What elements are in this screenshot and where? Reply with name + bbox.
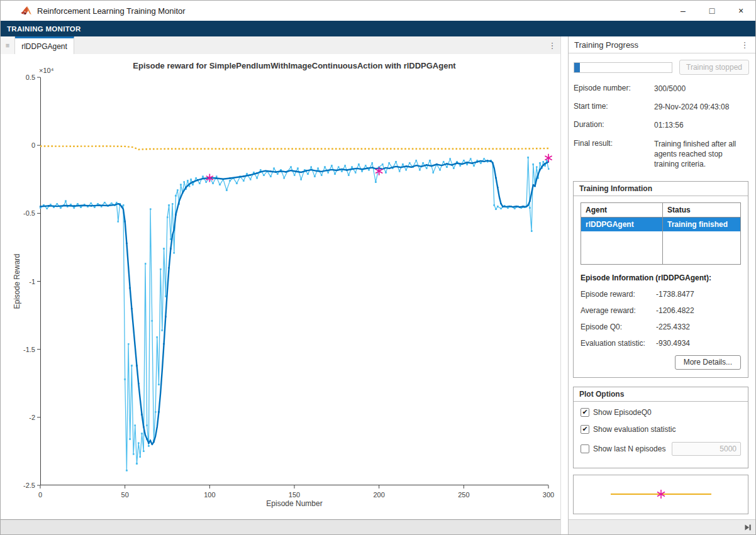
svg-text:-0.5: -0.5 <box>23 209 35 217</box>
skip-to-end-icon[interactable] <box>744 524 752 531</box>
document-tab-strip: ≡ rlDDPGAgent ⋮ <box>1 36 560 54</box>
toolstrip-ribbon: TRAINING MONITOR <box>1 21 755 36</box>
checkbox-show-evaluation-statistic[interactable]: ✔ Show evaluation statistic <box>581 425 741 434</box>
column-header-status: Status <box>663 203 741 218</box>
matlab-logo-icon <box>21 6 31 16</box>
table-row[interactable]: rlDDPGAgent Training finished <box>581 218 741 232</box>
field-duration: Duration: 01:13:56 <box>574 120 749 130</box>
tab-training-monitor[interactable]: TRAINING MONITOR <box>1 25 87 33</box>
progress-bar <box>574 62 672 73</box>
evaluation-legend-preview <box>573 475 748 514</box>
window-title: Reinforcement Learning Training Monitor <box>37 6 186 16</box>
chart-title: Episode reward for SimplePendlumWithImag… <box>40 61 548 70</box>
training-information-box: Training Information Agent Status rlDDPG… <box>573 181 748 378</box>
svg-text:-2: -2 <box>29 414 35 421</box>
checkbox-icon[interactable] <box>581 444 589 453</box>
svg-text:50: 50 <box>121 491 129 499</box>
svg-text:0: 0 <box>38 491 42 499</box>
tab-rlddpgagent[interactable]: rlDDPGAgent <box>15 36 74 54</box>
checkbox-show-last-n-episodes[interactable]: Show last N episodes <box>581 442 741 456</box>
more-details-button[interactable]: More Details... <box>675 355 741 370</box>
svg-text:300: 300 <box>543 491 554 499</box>
training-information-header: Training Information <box>574 182 748 196</box>
agent-cell: rlDDPGAgent <box>581 218 663 232</box>
svg-text:0.5: 0.5 <box>26 74 35 81</box>
y-axis-label: Episode Reward <box>13 77 22 485</box>
field-start-time: Start time: 29-Nov-2024 09:43:08 <box>574 102 749 112</box>
tabstrip-overflow-icon[interactable]: ⋮ <box>544 36 560 54</box>
x-axis-label: Episode Number <box>40 499 548 508</box>
agent-status-table: Agent Status rlDDPGAgent Training finish… <box>581 202 741 265</box>
bottom-strip-right <box>569 519 755 534</box>
window-controls: – □ × <box>669 1 755 21</box>
svg-text:250: 250 <box>458 491 469 499</box>
document-bar-icon[interactable]: ≡ <box>1 36 15 54</box>
svg-text:×10⁴: ×10⁴ <box>39 67 54 74</box>
svg-text:100: 100 <box>204 491 215 499</box>
app-window: Reinforcement Learning Training Monitor … <box>0 0 756 535</box>
n-episodes-input[interactable] <box>672 442 741 456</box>
maximize-button[interactable]: □ <box>698 1 726 21</box>
row-average-reward: Average reward: -1206.4822 <box>581 306 741 315</box>
field-episode-number: Episode number: 300/5000 <box>574 84 749 94</box>
evaluation-line-graphic <box>579 482 743 507</box>
training-progress-panel: Training Progress ⋮ Training stopped Epi… <box>569 36 755 534</box>
checkbox-show-episodeq0[interactable]: ✔ Show EpisodeQ0 <box>581 408 741 417</box>
svg-text:-1: -1 <box>29 278 35 285</box>
svg-text:-1.5: -1.5 <box>23 346 35 353</box>
status-cell: Training finished <box>663 218 741 232</box>
progress-fill <box>574 63 580 72</box>
episode-information-header: Episode Information (rlDDPGAgent): <box>581 273 741 282</box>
checkbox-icon[interactable]: ✔ <box>581 425 589 434</box>
svg-text:0: 0 <box>31 141 35 149</box>
svg-text:150: 150 <box>289 491 300 499</box>
svg-text:200: 200 <box>373 491 384 499</box>
checkbox-icon[interactable]: ✔ <box>581 408 589 417</box>
row-evaluation-statistic: Evaluation statistic: -930.4934 <box>581 339 741 348</box>
row-episode-reward: Episode reward: -1738.8477 <box>581 290 741 299</box>
plot-options-header: Plot Options <box>574 387 748 402</box>
bottom-strip-left <box>1 519 560 534</box>
panel-splitter[interactable] <box>560 36 569 534</box>
close-button[interactable]: × <box>726 1 755 21</box>
minimize-button[interactable]: – <box>669 1 698 21</box>
reward-chart-svg: 0501001502002503000.50-0.5-1-1.5-2-2.5×1… <box>40 77 548 485</box>
field-final-result: Final result: Training finished after al… <box>574 139 749 170</box>
title-bar: Reinforcement Learning Training Monitor … <box>1 1 755 21</box>
svg-text:-2.5: -2.5 <box>23 482 35 489</box>
column-header-agent: Agent <box>581 203 663 218</box>
row-episode-q0: Episode Q0: -225.4332 <box>581 323 741 331</box>
reward-figure: Episode reward for SimplePendlumWithImag… <box>1 54 560 519</box>
training-stopped-button[interactable]: Training stopped <box>679 60 749 75</box>
plot-options-box: Plot Options ✔ Show EpisodeQ0 ✔ Show eva… <box>573 387 748 468</box>
panel-title: Training Progress <box>574 40 638 50</box>
panel-overflow-icon[interactable]: ⋮ <box>740 40 750 50</box>
